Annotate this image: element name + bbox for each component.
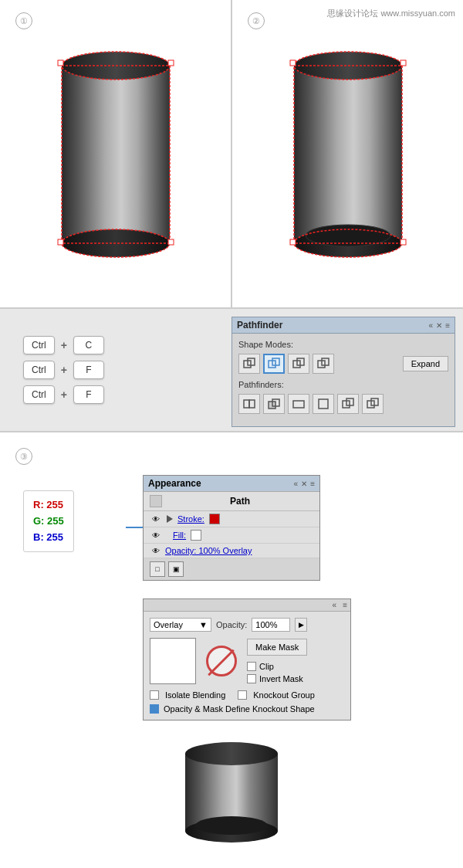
stroke-row: 👁 Stroke: — [144, 511, 319, 527]
panel-controls: « ✕ ≡ — [429, 321, 450, 330]
intersect-btn[interactable] — [288, 354, 309, 374]
triangle-icon[interactable] — [167, 515, 173, 523]
opacity-text-label: Opacity: — [216, 620, 247, 629]
shape-modes-row: Expand — [238, 354, 448, 374]
fill-label[interactable]: Fill: — [173, 531, 186, 540]
svg-rect-18 — [400, 60, 406, 66]
transparency-header: « ≡ — [144, 599, 350, 612]
opacity-define-checkbox[interactable] — [150, 704, 159, 714]
pathfinder-body: Shape Modes: — [231, 334, 455, 427]
keyboard-panel: Ctrl + C Ctrl + F Ctrl + F — [0, 309, 224, 431]
transparency-body: Overlay ▼ Opacity: 100% ▶ Make Mask — [144, 612, 350, 720]
opacity-input[interactable]: 100% — [252, 618, 290, 632]
opacity-value: 100% — [255, 620, 277, 629]
crop-btn[interactable] — [313, 394, 334, 414]
app-close[interactable]: ✕ — [301, 480, 307, 488]
eye-icon-stroke[interactable]: 👁 — [150, 514, 162, 524]
path-label: Path — [167, 496, 313, 507]
transparency-panel: « ≡ Overlay ▼ Opacity: 100% ▶ — [143, 598, 351, 721]
appearance-panel: Appearance « ✕ ≡ Path 👁 Stroke: 👁 Fill: — [143, 475, 320, 581]
svg-rect-33 — [293, 401, 304, 408]
exclude-btn[interactable] — [313, 354, 334, 374]
isolate-checkbox[interactable] — [150, 690, 159, 700]
make-mask-btn[interactable]: Make Mask — [247, 639, 307, 656]
fill-swatch[interactable] — [191, 530, 201, 541]
step-3-label: ③ — [15, 448, 32, 465]
top-section: ① — [0, 0, 463, 309]
ctrl-key-2: Ctrl — [23, 361, 55, 379]
key-row-3: Ctrl + F — [23, 385, 104, 404]
invert-mask-checkbox[interactable] — [247, 674, 256, 683]
isolate-label: Isolate Blending — [165, 690, 225, 700]
knockout-label: Knockout Group — [253, 690, 315, 700]
path-swatch — [150, 495, 162, 507]
blend-opacity-row: Overlay ▼ Opacity: 100% ▶ — [150, 618, 344, 632]
invert-mask-row: Invert Mask — [247, 674, 307, 683]
no-sign-icon — [206, 646, 237, 676]
stroke-label[interactable]: Stroke: — [177, 514, 204, 524]
cylinder-2 — [286, 39, 410, 273]
blend-mode-select[interactable]: Overlay ▼ — [150, 618, 211, 632]
plus-2: + — [61, 364, 67, 376]
panel-collapse[interactable]: « — [429, 321, 434, 330]
svg-rect-19 — [290, 239, 296, 245]
plus-3: + — [61, 388, 67, 401]
hard-mix-btn[interactable] — [362, 394, 384, 414]
checkboxes-col: Clip Invert Mask — [247, 662, 307, 683]
small-btn-2[interactable]: ▣ — [168, 561, 184, 577]
small-btn-1[interactable]: □ — [150, 561, 165, 577]
svg-point-42 — [195, 816, 268, 835]
panel-menu[interactable]: ≡ — [445, 321, 450, 330]
minus-front-btn[interactable] — [263, 354, 285, 374]
svg-rect-0 — [62, 66, 170, 243]
clip-row: Clip — [247, 662, 307, 671]
outline-btn[interactable] — [337, 394, 359, 414]
thumbnail-row: Make Mask Clip Invert Mask — [150, 638, 344, 684]
f-key-1: F — [73, 361, 104, 379]
expand-btn[interactable]: Expand — [403, 356, 448, 371]
svg-rect-30 — [249, 400, 255, 408]
knockout-checkbox[interactable] — [238, 690, 247, 700]
svg-rect-29 — [244, 400, 249, 408]
opacity-label[interactable]: Opacity: 100% Overlay — [165, 546, 252, 555]
fill-row: 👁 Fill: — [144, 527, 319, 544]
trim-btn[interactable] — [263, 394, 285, 414]
eye-icon-opacity[interactable]: 👁 — [150, 546, 162, 555]
svg-rect-17 — [290, 60, 296, 66]
svg-rect-34 — [319, 399, 328, 409]
watermark: 思缘设计论坛 www.missyuan.com — [327, 8, 455, 19]
trans-menu[interactable]: ≡ — [343, 601, 347, 609]
unite-btn[interactable] — [238, 354, 260, 374]
svg-rect-7 — [168, 60, 174, 66]
key-row-2: Ctrl + F — [23, 361, 104, 379]
pathfinders-row — [238, 394, 448, 414]
trans-collapse[interactable]: « — [333, 601, 337, 609]
divide-btn[interactable] — [238, 394, 260, 414]
opacity-define-row: Opacity & Mask Define Knockout Shape — [150, 704, 344, 714]
cylinder-panel-2: ② — [232, 0, 463, 307]
panel-close[interactable]: ✕ — [436, 321, 442, 330]
cylinder-panel-1: ① — [0, 0, 232, 307]
svg-point-40 — [185, 742, 278, 765]
shape-modes-label: Shape Modes: — [238, 340, 448, 349]
ctrl-key-1: Ctrl — [23, 336, 55, 354]
stroke-swatch[interactable] — [209, 514, 220, 524]
path-row: Path — [144, 492, 319, 511]
clip-label: Clip — [259, 662, 274, 671]
rgb-b-value: B: 255 — [33, 530, 64, 546]
rgb-g-value: G: 255 — [33, 514, 64, 530]
eye-icon-fill[interactable]: 👁 — [150, 531, 162, 540]
app-menu[interactable]: ≡ — [310, 480, 315, 488]
app-collapse[interactable]: « — [294, 480, 299, 488]
key-row-1: Ctrl + C — [23, 336, 104, 354]
opacity-arrow-btn[interactable]: ▶ — [295, 618, 307, 632]
app-bottom-row: □ ▣ — [144, 558, 319, 580]
invert-mask-label: Invert Mask — [259, 674, 303, 683]
c-key: C — [73, 336, 104, 354]
appearance-header: Appearance « ✕ ≡ — [144, 476, 319, 492]
pathfinder-title: Pathfinder — [237, 320, 282, 331]
svg-rect-8 — [58, 239, 63, 245]
pathfinders-label: Pathfinders: — [238, 380, 448, 389]
clip-checkbox[interactable] — [247, 662, 256, 671]
merge-btn[interactable] — [288, 394, 309, 414]
